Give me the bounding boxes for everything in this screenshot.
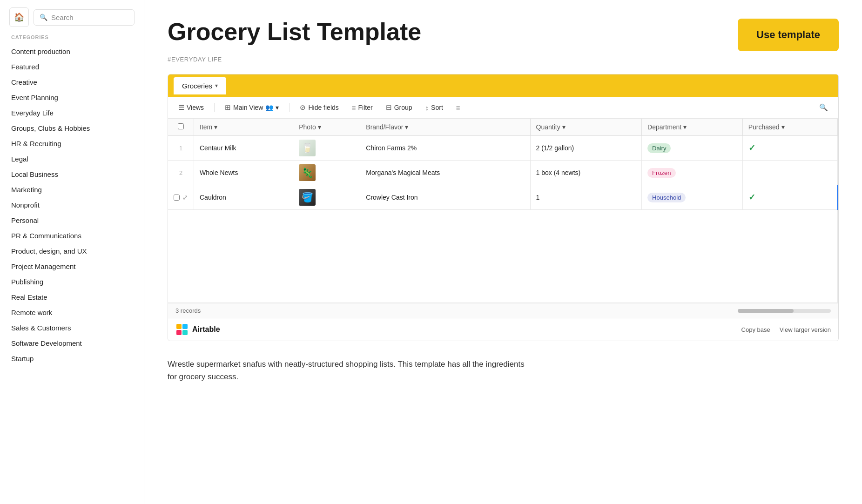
- col-brand-chevron-icon: ▾: [405, 123, 408, 131]
- col-purchased-label: Purchased: [748, 123, 780, 131]
- row-3-photo: 🪣: [293, 185, 360, 210]
- sidebar-item-real-estate[interactable]: Real Estate: [0, 289, 144, 305]
- copy-base-button[interactable]: Copy base: [741, 326, 770, 333]
- group-label: Group: [394, 104, 412, 111]
- row-1-brand: Chiron Farms 2%: [360, 136, 530, 161]
- page-header: Grocery List Template Use template: [168, 19, 839, 51]
- page-title-area: Grocery List Template: [168, 19, 421, 45]
- sidebar-item-legal[interactable]: Legal: [0, 151, 144, 167]
- row-1-photo-thumb: 🥛: [299, 140, 316, 156]
- sidebar-item-event-planning[interactable]: Event Planning: [0, 90, 144, 105]
- col-department-label: Department: [647, 123, 681, 131]
- use-template-button[interactable]: Use template: [738, 19, 839, 51]
- col-purchased: Purchased ▾: [742, 119, 837, 136]
- home-button[interactable]: 🏠: [9, 7, 29, 27]
- filter-icon: ≡: [352, 104, 356, 112]
- groceries-tab[interactable]: Groceries ▾: [174, 77, 226, 94]
- categories-label: CATEGORIES: [0, 34, 144, 44]
- grid-footer: 3 records: [168, 303, 838, 318]
- row-1-dept-badge: Dairy: [647, 143, 671, 153]
- filter-button[interactable]: ≡ Filter: [349, 102, 376, 114]
- sidebar-item-creative[interactable]: Creative: [0, 74, 144, 90]
- select-all-checkbox[interactable]: [178, 123, 184, 129]
- tab-label: Groceries: [182, 82, 212, 90]
- sidebar-item-marketing[interactable]: Marketing: [0, 182, 144, 197]
- row-3-brand: Crowley Cast Iron: [360, 185, 530, 210]
- sidebar-item-product[interactable]: Product, design, and UX: [0, 243, 144, 259]
- col-department-chevron-icon: ▾: [683, 123, 687, 131]
- row-2-purchased: [742, 161, 837, 185]
- col-photo: Photo ▾: [293, 119, 360, 136]
- svg-rect-0: [176, 324, 182, 329]
- toolbar-search-icon: 🔍: [819, 103, 828, 112]
- sidebar-item-featured[interactable]: Featured: [0, 59, 144, 74]
- row-3-dept-badge: Household: [647, 193, 686, 202]
- sidebar-item-local-business[interactable]: Local Business: [0, 167, 144, 182]
- sidebar-item-nonprofit[interactable]: Nonprofit: [0, 197, 144, 213]
- view-larger-button[interactable]: View larger version: [780, 326, 831, 333]
- sort-button[interactable]: ↕ Sort: [423, 102, 446, 114]
- main-view-people-icon: 👥: [265, 104, 273, 111]
- sort-label: Sort: [431, 104, 443, 111]
- sidebar-item-content-production[interactable]: Content production: [0, 44, 144, 59]
- svg-rect-1: [182, 324, 188, 329]
- grid-icon: ⊞: [225, 103, 231, 112]
- records-count: 3 records: [175, 307, 201, 314]
- sidebar-item-pr[interactable]: PR & Communications: [0, 228, 144, 243]
- views-icon: ☰: [178, 103, 184, 112]
- row-1-quantity: 2 (1/2 gallon): [530, 136, 642, 161]
- grid-table: Item ▾ Photo ▾ Brand/Flavor ▾: [168, 119, 838, 303]
- sidebar-item-groups[interactable]: Groups, Clubs & Hobbies: [0, 121, 144, 136]
- row-2-dept-badge: Frozen: [647, 168, 675, 178]
- group-button[interactable]: ⊟ Group: [383, 101, 415, 114]
- row-3-purchased: ✓: [742, 185, 837, 210]
- row-1-purchased: ✓: [742, 136, 837, 161]
- col-brand-label: Brand/Flavor: [366, 123, 403, 131]
- views-label: Views: [187, 104, 204, 111]
- airtable-logo-icon: [175, 323, 189, 336]
- sidebar-item-personal[interactable]: Personal: [0, 213, 144, 228]
- sidebar-item-project-management[interactable]: Project Management: [0, 259, 144, 274]
- row-1-department: Dairy: [642, 136, 743, 161]
- page-tag: #EVERYDAY LIFE: [168, 56, 839, 63]
- filter-label: Filter: [358, 104, 373, 111]
- search-toolbar-button[interactable]: 🔍: [816, 101, 831, 114]
- sidebar-item-remote-work[interactable]: Remote work: [0, 305, 144, 320]
- row-2-num: 2: [168, 161, 194, 185]
- views-button[interactable]: ☰ Views: [175, 101, 207, 114]
- sidebar-item-publishing[interactable]: Publishing: [0, 274, 144, 289]
- row-2-photo: 🦎: [293, 161, 360, 185]
- group-icon: ⊟: [386, 103, 392, 112]
- hide-fields-icon: ⊘: [300, 103, 306, 112]
- row-height-button[interactable]: ≡: [453, 102, 463, 114]
- sidebar-item-sales[interactable]: Sales & Customers: [0, 320, 144, 336]
- scrollbar-track[interactable]: [738, 309, 831, 313]
- search-icon: 🔍: [40, 13, 47, 21]
- sidebar-item-everyday-life[interactable]: Everyday Life: [0, 105, 144, 121]
- expand-icon[interactable]: ⤢: [182, 194, 188, 201]
- airtable-logo: Airtable: [175, 323, 220, 336]
- col-photo-label: Photo: [299, 123, 316, 131]
- tab-bar: Groceries ▾: [168, 74, 838, 97]
- row-3-photo-thumb: 🪣: [299, 189, 316, 206]
- sidebar-item-software[interactable]: Software Development: [0, 336, 144, 351]
- col-checkbox: [168, 119, 194, 136]
- sidebar-item-startup[interactable]: Startup: [0, 351, 144, 366]
- row-1-photo: 🥛: [293, 136, 360, 161]
- col-item-label: Item: [200, 123, 212, 131]
- page-title: Grocery List Template: [168, 19, 421, 45]
- col-purchased-chevron-icon: ▾: [781, 123, 785, 131]
- main-view-chevron-icon: ▾: [276, 104, 279, 111]
- row-2-brand: Morgana's Magical Meats: [360, 161, 530, 185]
- row-1-num: 1: [168, 136, 194, 161]
- main-content: Grocery List Template Use template #EVER…: [144, 0, 862, 504]
- hide-fields-button[interactable]: ⊘ Hide fields: [297, 101, 341, 114]
- col-quantity-chevron-icon: ▾: [562, 123, 566, 131]
- main-view-button[interactable]: ⊞ Main View 👥 ▾: [222, 101, 282, 114]
- col-item: Item ▾: [194, 119, 293, 136]
- row-3-checkbox[interactable]: [174, 195, 180, 201]
- row-2-quantity: 1 box (4 newts): [530, 161, 642, 185]
- sidebar-item-hr[interactable]: HR & Recruiting: [0, 136, 144, 151]
- search-box[interactable]: 🔍 Search: [34, 9, 135, 26]
- table-row: 2 Whole Newts 🦎 Morgana's Magical Meats …: [168, 161, 838, 185]
